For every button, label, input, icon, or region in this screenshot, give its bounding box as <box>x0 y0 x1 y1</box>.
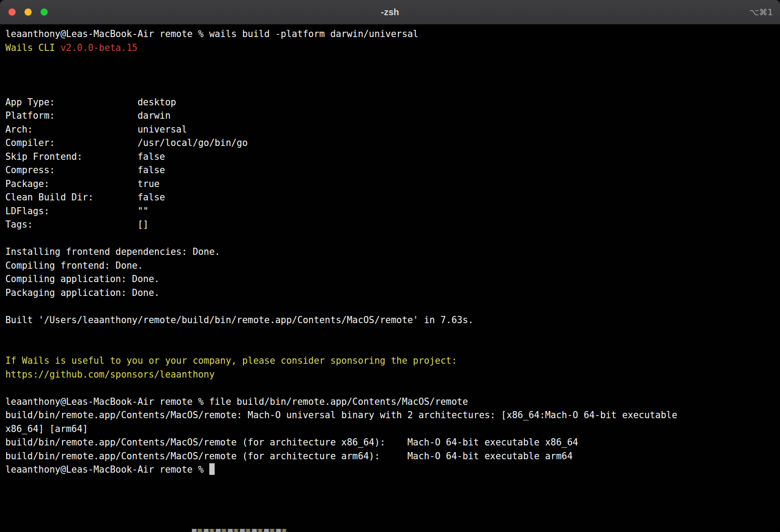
terminal-text-segment: App Type: desktop <box>5 97 176 108</box>
terminal-line: Clean Build Dir: false <box>5 191 775 204</box>
terminal-text-segment: v2.0.0-beta.15 <box>60 42 137 53</box>
terminal-text-segment: Clean Build Dir: false <box>5 192 165 203</box>
terminal-text-segment: build/bin/remote.app/Contents/MacOS/remo… <box>5 451 573 461</box>
terminal-text-segment: Compress: false <box>5 165 165 175</box>
terminal-line: Wails CLI v2.0.0-beta.15 <box>5 41 775 55</box>
terminal-text-segment: https://github.com/sponsors/leaanthony <box>5 369 215 380</box>
terminal-line <box>5 82 775 96</box>
zoom-button[interactable] <box>41 8 48 16</box>
terminal-text-segment: Compiling application: Done. <box>5 274 160 284</box>
terminal-line: Built '/Users/leaanthony/remote/build/bi… <box>5 313 775 327</box>
terminal-line: App Type: desktop <box>5 96 775 109</box>
terminal-text-segment: Packaging application: Done. <box>5 287 160 298</box>
keyboard-shortcut-hint: ⌥⌘1 <box>749 0 773 24</box>
terminal-text-segment: leaanthony@Leas-MacBook-Air remote % <box>5 464 209 475</box>
terminal-text-segment: Skip Frontend: false <box>5 151 165 162</box>
terminal-text-segment: LDFlags: "" <box>5 206 149 216</box>
terminal-text-segment: build/bin/remote.app/Contents/MacOS/remo… <box>5 410 677 420</box>
terminal-line: Arch: universal <box>5 123 775 137</box>
terminal-line: x86_64] [arm64] <box>5 422 775 436</box>
terminal-line: Compress: false <box>5 163 775 177</box>
traffic-lights <box>8 0 48 24</box>
terminal-line <box>5 299 775 313</box>
terminal-text-segment: build/bin/remote.app/Contents/MacOS/remo… <box>5 437 578 448</box>
terminal-line: build/bin/remote.app/Contents/MacOS/remo… <box>5 408 775 422</box>
clipped-content-artifact <box>192 529 286 532</box>
terminal-line: leaanthony@Leas-MacBook-Air remote % fil… <box>5 395 775 409</box>
terminal-line: Compiling application: Done. <box>5 272 775 286</box>
terminal-line: leaanthony@Leas-MacBook-Air remote % wai… <box>5 27 775 41</box>
terminal-line: Installing frontend dependencies: Done. <box>5 245 775 259</box>
window-title: -zsh <box>381 7 399 17</box>
terminal-text-segment: If Wails is useful to you or your compan… <box>5 355 457 366</box>
terminal-line: Tags: [] <box>5 218 775 232</box>
close-button[interactable] <box>8 8 16 16</box>
terminal-line: build/bin/remote.app/Contents/MacOS/remo… <box>5 449 775 463</box>
terminal-window: -zsh ⌥⌘1 leaanthony@Leas-MacBook-Air rem… <box>0 0 780 532</box>
terminal-text-segment: Platform: darwin <box>5 110 170 121</box>
terminal-line <box>5 54 775 68</box>
terminal-line <box>5 68 775 82</box>
terminal-line <box>5 341 775 354</box>
terminal-text-segment: leaanthony@Leas-MacBook-Air remote % wai… <box>5 29 419 39</box>
terminal-text-segment: Compiling frontend: Done. <box>5 260 143 271</box>
terminal-line: If Wails is useful to you or your compan… <box>5 354 775 368</box>
terminal-line: Compiler: /usr/local/go/bin/go <box>5 136 775 150</box>
terminal-line <box>5 232 775 245</box>
terminal-text-segment: leaanthony@Leas-MacBook-Air remote % fil… <box>5 396 468 407</box>
terminal-text-segment: Compiler: /usr/local/go/bin/go <box>5 137 248 148</box>
terminal-text-segment: Built '/Users/leaanthony/remote/build/bi… <box>5 315 473 325</box>
terminal-line: Compiling frontend: Done. <box>5 259 775 273</box>
terminal-output[interactable]: leaanthony@Leas-MacBook-Air remote % wai… <box>0 25 780 477</box>
terminal-line: Packaging application: Done. <box>5 286 775 300</box>
terminal-line: build/bin/remote.app/Contents/MacOS/remo… <box>5 436 775 449</box>
minimize-button[interactable] <box>25 8 32 16</box>
terminal-line: leaanthony@Leas-MacBook-Air remote % <box>5 463 775 477</box>
terminal-text-segment: Tags: [] <box>5 219 149 230</box>
terminal-text-segment: x86_64] [arm64] <box>5 424 88 434</box>
window-titlebar[interactable]: -zsh ⌥⌘1 <box>0 0 780 25</box>
terminal-line: Package: true <box>5 177 775 191</box>
terminal-line: Platform: darwin <box>5 109 775 123</box>
terminal-line: LDFlags: "" <box>5 204 775 218</box>
terminal-line: Skip Frontend: false <box>5 150 775 164</box>
terminal-text-segment: Package: true <box>5 179 160 189</box>
terminal-line: https://github.com/sponsors/leaanthony <box>5 368 775 382</box>
terminal-text-segment: Arch: universal <box>5 124 187 135</box>
terminal-text-segment: Installing frontend dependencies: Done. <box>5 246 220 257</box>
terminal-line <box>5 381 775 395</box>
terminal-text-segment: Wails CLI <box>5 42 60 53</box>
terminal-cursor <box>209 463 215 475</box>
terminal-line <box>5 327 775 341</box>
